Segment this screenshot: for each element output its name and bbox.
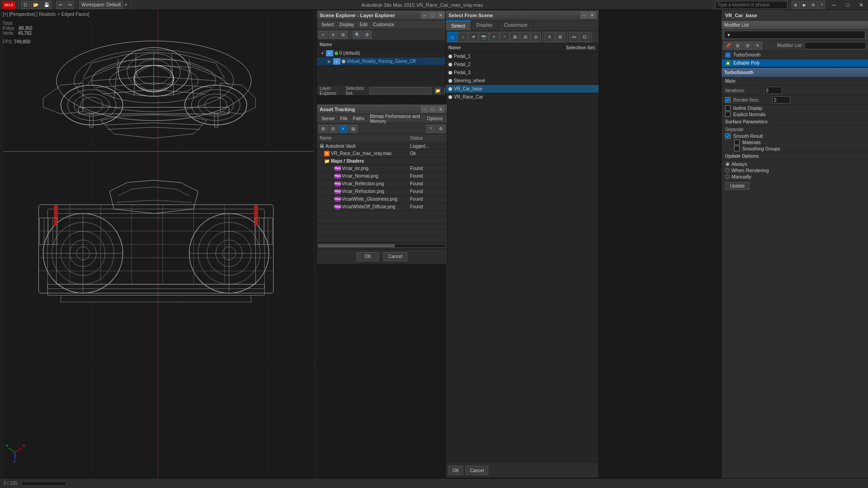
asset-table-container[interactable]: Name Status 🏛 Autodesk Vault Logged... [317,134,447,243]
server-menu[interactable]: Server [319,114,337,123]
case-sensitive-btn[interactable]: Aa [569,32,579,42]
show-end-result-btn[interactable]: ⊞ [733,42,742,50]
sfs-item-vrracecar[interactable]: VR_Race_Car [446,93,599,101]
render-iters-input[interactable] [772,96,790,103]
always-radio-row[interactable]: Always [722,161,868,167]
sfs-ok-btn[interactable]: OK [448,466,463,475]
make-unique-btn[interactable]: ⊟ [743,42,752,50]
asset-row-vault[interactable]: 🏛 Autodesk Vault Logged... [317,142,447,150]
asset-icon-btn-3[interactable]: ≡ [339,125,348,133]
sfs-item-pedal1[interactable]: Pedal_1 [446,52,599,61]
paths-menu[interactable]: Paths [350,114,368,123]
menu-edit[interactable]: Edit [357,20,370,29]
hierarchy-view-btn[interactable]: ⊞ [555,32,565,42]
selection-set-field[interactable] [804,42,866,49]
file-menu[interactable]: File [337,114,350,123]
close-btn[interactable]: ✕ [854,0,868,10]
select-none-types-btn[interactable]: ⊟ [520,32,530,42]
save-btn[interactable]: 💾 [42,1,52,9]
horizontal-scrollbar[interactable] [318,244,446,248]
sfs-cancel-btn[interactable]: Cancel [466,466,488,475]
when-rendering-radio-row[interactable]: When Rendering [722,168,868,173]
select-all-types-btn[interactable]: ⊞ [510,32,520,42]
turbos-section-title[interactable]: TurboSmooth [722,68,868,77]
viewport[interactable]: [+] [Perspective] [ Realistic + Edged Fa… [0,10,316,478]
new-btn[interactable]: 🗋 [21,1,30,9]
minimize-btn[interactable]: ─ [827,0,841,10]
asset-row-refraction[interactable]: PNG Vrcar_Refraction.png Found [317,188,447,195]
select-invert-types-btn[interactable]: ⊘ [531,32,541,42]
folder-icon-btn[interactable]: 📁 [435,88,441,94]
select-lights-btn[interactable]: ☀ [468,32,478,42]
asset-help-btn[interactable]: ? [426,125,435,133]
tab-select[interactable]: Select [446,20,471,30]
explicit-normals-checkbox[interactable] [725,112,731,117]
always-radio[interactable] [725,162,730,166]
tab-display[interactable]: Display [471,20,499,30]
panel-maximize-btn[interactable]: □ [429,12,436,19]
pin-btn[interactable]: 📌 [723,42,732,50]
panel-minimize-btn[interactable]: ─ [421,12,428,19]
tab-customize[interactable]: Customize [499,20,533,30]
modifier-editable-poly[interactable]: ▣ Editable Poly [722,59,868,67]
sfs-object-list[interactable]: Pedal_1 Pedal_2 Pedal_3 Steering_wheel V… [446,52,599,463]
modifier-dropdown[interactable]: ▼ [724,31,865,39]
menu-display[interactable]: Display [337,20,357,29]
bitmap-menu[interactable]: Bitmap Performance and Memory [367,114,424,123]
options-menu[interactable]: Options [425,114,445,123]
smoothing-groups-checkbox[interactable] [734,146,740,151]
scroll-thumb[interactable] [318,244,395,247]
maximize-btn[interactable]: □ [841,0,854,10]
asset-row-reflection[interactable]: PNG Vrcar_Reflection.png Found [317,180,447,188]
panel-close-btn[interactable]: ✕ [437,12,444,19]
sfs-close-btn[interactable]: ✕ [589,12,596,19]
menu-customize[interactable]: Customize [370,20,397,29]
invert-btn[interactable]: ⊞ [339,31,348,39]
search-input[interactable] [715,1,788,9]
deselect-btn[interactable]: ✕ [329,31,338,39]
asset-minimize-btn[interactable]: ─ [421,106,428,113]
tools-btn[interactable]: ⚙ [809,1,817,9]
ok-button[interactable]: OK [357,252,378,261]
sfs-item-vrcarbase[interactable]: VR_Car_base [446,85,599,93]
settings-btn[interactable]: ⚙ [363,31,372,39]
asset-row-max[interactable]: M VR_Race_Car_max_vray.max Ok [317,150,447,157]
help-btn[interactable]: ? [818,1,825,9]
select-geometry-btn[interactable]: △ [448,32,458,42]
sfs-item-steering[interactable]: Steering_wheel [446,77,599,85]
sfs-minimize-btn[interactable]: ─ [580,12,588,19]
iterations-input[interactable] [764,87,782,94]
app-menu-btn[interactable]: MAX [2,1,16,9]
asset-icon-btn-4[interactable]: ▤ [349,125,358,133]
select-cameras-btn[interactable]: 📷 [479,32,489,42]
render-setup-btn[interactable]: ⊞ [792,1,800,9]
manually-radio-row[interactable]: Manually [722,174,868,179]
asset-icon-btn-2[interactable]: ⊟ [329,125,338,133]
sfs-item-pedal2[interactable]: Pedal_2 [446,61,599,69]
asset-row-glossiness[interactable]: PNG VrcarWhite_Glossiness.png Found [317,195,447,203]
modifier-turbosmooth[interactable]: ⬡ TurboSmooth [722,51,868,59]
isoline-checkbox[interactable] [725,105,731,111]
select-all-btn[interactable]: ✓ [319,31,328,39]
open-btn[interactable]: 📂 [31,1,41,9]
display-options-btn[interactable]: 🔍 [353,31,362,39]
render-iters-checkbox[interactable] [725,97,731,103]
quick-render-btn[interactable]: ▶ [801,1,808,9]
select-shapes-btn[interactable]: ○ [458,32,468,42]
tree-item-default[interactable]: ▼ L 0 (default) [317,49,447,57]
modifier-props-container[interactable]: TurboSmooth Main Iterations: Render Iter… [722,68,868,478]
menu-select[interactable]: Select [319,20,337,29]
list-view-btn[interactable]: ≡ [545,32,555,42]
manually-radio[interactable] [725,174,730,179]
selection-set-input[interactable] [369,87,431,94]
asset-maximize-btn[interactable]: □ [429,106,436,113]
smooth-result-checkbox[interactable] [725,133,731,139]
remove-modifier-btn[interactable]: ✕ [753,42,762,50]
undo-btn[interactable]: ↩ [57,1,65,9]
asset-settings-btn[interactable]: ⚙ [436,125,445,133]
materials-checkbox[interactable] [734,140,740,145]
asset-row-maps[interactable]: 📁 Maps / Shaders [317,157,447,164]
tree-item-vr[interactable]: ▶ L Virtual_Reality_Racing_Game_Off [317,57,447,66]
asset-row-normal[interactable]: PNG Vrcar_Normal.png Found [317,172,447,180]
filter-btn[interactable]: ⊡ [580,32,590,42]
